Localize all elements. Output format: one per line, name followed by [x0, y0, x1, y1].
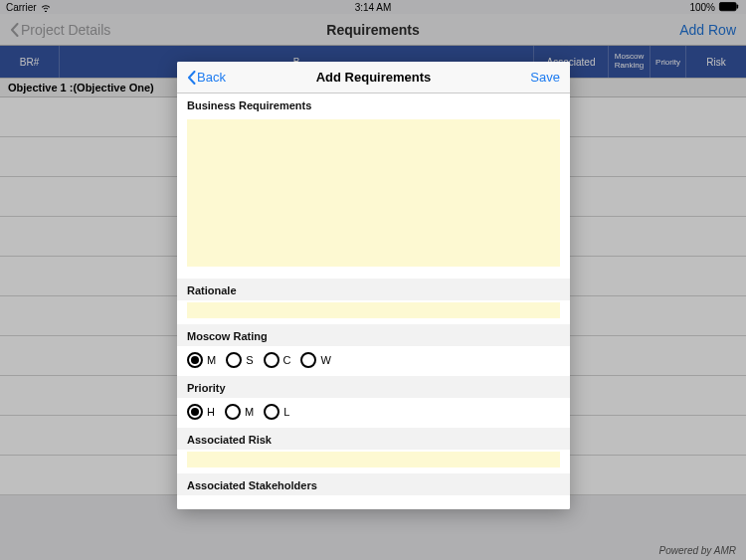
- radio-priority-h[interactable]: [187, 404, 203, 420]
- radio-label: S: [246, 354, 253, 366]
- modal-back-button[interactable]: Back: [187, 70, 226, 85]
- chevron-left-icon: [187, 71, 196, 85]
- radio-label: M: [245, 406, 254, 418]
- radio-label: C: [283, 354, 291, 366]
- label-business-requirements: Business Requirements: [177, 93, 570, 115]
- input-business-requirements[interactable]: [187, 119, 560, 267]
- label-rationale: Rationale: [177, 279, 570, 300]
- modal-body: Business Requirements Rationale Moscow R…: [177, 93, 570, 509]
- label-priority: Priority: [177, 376, 570, 398]
- modal-back-label: Back: [197, 70, 226, 85]
- input-associated-risk[interactable]: [187, 452, 560, 467]
- save-button[interactable]: Save: [530, 70, 560, 85]
- radio-moscow-c[interactable]: [264, 352, 280, 368]
- moscow-radio-group: M S C W: [177, 346, 570, 376]
- radio-moscow-m[interactable]: [187, 352, 203, 368]
- modal-title: Add Requirements: [316, 70, 432, 85]
- priority-radio-group: H M L: [177, 398, 570, 428]
- radio-label: W: [320, 354, 330, 366]
- radio-label: M: [207, 354, 216, 366]
- modal-header: Back Add Requirements Save: [177, 62, 570, 93]
- radio-moscow-w[interactable]: [300, 352, 316, 368]
- radio-priority-m[interactable]: [225, 404, 241, 420]
- radio-label: L: [283, 406, 289, 418]
- input-rationale[interactable]: [187, 302, 560, 318]
- label-moscow-rating: Moscow Rating: [177, 324, 570, 346]
- label-associated-risk: Associated Risk: [177, 428, 570, 450]
- radio-label: H: [207, 406, 215, 418]
- radio-moscow-s[interactable]: [226, 352, 242, 368]
- radio-priority-l[interactable]: [264, 404, 280, 420]
- label-associated-stakeholders: Associated Stakeholders: [177, 473, 570, 495]
- add-requirements-modal: Back Add Requirements Save Business Requ…: [177, 62, 570, 509]
